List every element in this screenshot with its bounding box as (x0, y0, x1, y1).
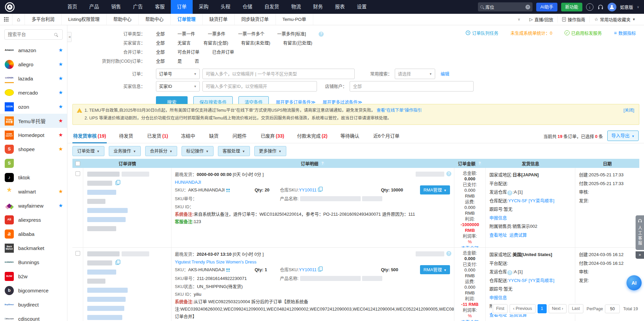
option[interactable]: 可合并订单 (178, 49, 199, 56)
common-search-select[interactable]: 请选择▼ (395, 69, 435, 79)
sidebar-item-alibaba[interactable]: aalibaba (0, 227, 67, 241)
menu-sales[interactable]: 销售 (105, 0, 127, 14)
global-search-input[interactable] (485, 4, 525, 9)
sidebar-item-temu[interactable]: TEMU 半托管Temu半托管 (0, 114, 67, 128)
status-tab-discarded[interactable]: 已废弃(33) (260, 128, 285, 143)
version-label[interactable]: 如意版 (620, 4, 633, 10)
view-address-link[interactable]: 查看地址 (489, 231, 507, 240)
row-checkbox[interactable] (75, 171, 80, 176)
ai-float-button[interactable]: AI (626, 275, 642, 290)
status-tab-pending-review[interactable]: 待发货审核(19) (72, 128, 107, 143)
favorite-star-icon[interactable] (59, 118, 63, 124)
download-icon[interactable]: ↓ (586, 3, 593, 11)
option[interactable]: 否 (195, 58, 199, 65)
variant-grid-icon[interactable] (226, 189, 230, 192)
sidebar-item-shopee[interactable]: Sshopee (0, 142, 67, 156)
tab-sync-stockout-orders[interactable]: 同步缺货订单 (235, 14, 276, 25)
menu-firstmile[interactable]: 头程 (215, 0, 236, 14)
product-title-link[interactable]: HUNIANDAJI (175, 178, 201, 186)
user-avatar[interactable] (608, 3, 616, 11)
option[interactable]: 无留言 (178, 40, 191, 46)
select-all-checkbox[interactable] (75, 161, 80, 166)
option[interactable]: 有留言(未处理) (241, 40, 270, 46)
tab-help-center-2[interactable]: 帮助中心 (139, 14, 171, 25)
tab-temu-po[interactable]: Temu-PO单 (276, 14, 314, 25)
platform-search-box[interactable] (4, 29, 63, 40)
operation-guide-link[interactable]: 操作指南 (557, 16, 589, 23)
order-process-button[interactable]: 订单处理▼ (72, 146, 104, 156)
tab-stockout-print[interactable]: 缺货打单 (203, 14, 235, 25)
option[interactable]: 一票一件 (178, 31, 195, 37)
apps-grid-icon[interactable] (0, 14, 12, 25)
first-page-button[interactable]: First (493, 304, 508, 313)
current-page-button[interactable]: 1 (538, 304, 547, 313)
home-icon[interactable]: ⌂ (12, 14, 25, 25)
ungenerated-orders-stat[interactable]: 未生成系统单统计：0 (511, 30, 552, 36)
sidebar-item-shopify[interactable]: S (0, 156, 67, 170)
option-all[interactable]: 全部 (156, 58, 165, 65)
status-tab-unpaid[interactable]: 付款未完成(2) (296, 128, 328, 143)
option-all[interactable]: 全部 (156, 31, 165, 37)
sidebar-item-bunnings[interactable]: BUNNINGSBunnings (0, 255, 67, 269)
flag-service-status[interactable]: 已启用标发服务 (565, 30, 602, 36)
menu-reports[interactable]: 报表 (329, 0, 351, 14)
new-features-button[interactable]: 新功能 (561, 3, 582, 11)
menu-finance[interactable]: 财务 (307, 0, 329, 14)
favorite-star-icon[interactable] (59, 203, 63, 209)
view-amount-link[interactable]: 查看金额 (461, 245, 479, 247)
status-tab-problem[interactable]: 问题件 (232, 128, 248, 143)
favorite-star-icon[interactable] (59, 188, 63, 194)
favorite-star-icon[interactable] (59, 90, 63, 96)
platform-search-input[interactable] (8, 32, 54, 37)
menu-settings[interactable]: 设置 (351, 0, 373, 14)
rma-manage-button[interactable]: RMA管理▼ (420, 265, 450, 274)
help-icon[interactable] (320, 161, 325, 166)
last-page-button[interactable]: Last (569, 304, 583, 313)
variant-grid-icon[interactable] (226, 269, 230, 272)
online-order-guide-link[interactable]: 查看"在线下单"操作指引 (377, 108, 422, 113)
menu-orders[interactable]: 订单 (171, 0, 193, 14)
delivery-channel-link[interactable]: YYCN-SF [YY菜鸟顺丰] (508, 197, 554, 205)
data-metrics-link[interactable]: ≡数据指标 (614, 30, 636, 36)
copy-icon[interactable] (116, 261, 119, 265)
app-logo-icon[interactable] (5, 2, 15, 12)
sidebar-item-tiktok[interactable]: ♪tiktok (0, 170, 67, 184)
status-tab-awaiting-confirm[interactable]: 等待确认 (340, 128, 361, 143)
help-icon[interactable] (446, 251, 451, 256)
prev-page-button[interactable]: ‹ Previous (510, 304, 535, 313)
row-checkbox[interactable] (75, 251, 80, 256)
store-account-input[interactable] (350, 81, 474, 92)
status-tab-to-ship[interactable]: 待发货 (118, 128, 135, 143)
order-number-input[interactable] (202, 69, 355, 79)
option[interactable]: 一票多件[标准] (277, 31, 306, 37)
copy-icon[interactable] (318, 268, 321, 272)
sidebar-item-b2w[interactable]: B2Wb2w (0, 269, 67, 283)
favorite-star-icon[interactable] (59, 104, 63, 110)
buyer-id-input[interactable] (202, 81, 317, 92)
product-title-link[interactable]: Yigutest Trendy Plus Size Women's Dress (175, 258, 256, 266)
sidebar-item-buydirect[interactable]: BuyDirectbuydirect (0, 297, 67, 312)
option[interactable]: 有留言(全部) (203, 40, 228, 46)
edit-common-search-link[interactable]: 编辑 (441, 71, 449, 77)
option[interactable]: 一票一件多个 (238, 31, 264, 37)
favorite-star-icon[interactable] (59, 146, 63, 152)
live-replay-link[interactable]: ▷直播/回放 (525, 16, 558, 23)
help-icon[interactable] (319, 32, 324, 37)
tab-help-center-1[interactable]: 帮助中心 (107, 14, 139, 25)
order-queue-link[interactable]: 订单队列任务 (465, 30, 498, 36)
sidebar-item-amazon[interactable]: Amazonamazon (0, 43, 67, 57)
status-tab-stockout[interactable]: 缺货 (208, 128, 220, 143)
tabs-overflow-icon[interactable]: ∨ (513, 17, 525, 22)
option[interactable]: 有留言(已处理) (283, 40, 312, 46)
headset-icon[interactable] (597, 4, 604, 10)
menu-purchase[interactable]: 采购 (193, 0, 215, 14)
warehouse-sku-link[interactable]: YY10011 (299, 266, 317, 274)
favorite-star-icon[interactable] (59, 132, 63, 138)
order-number-type-select[interactable]: 订单号▼ (156, 69, 200, 79)
option[interactable]: 已合并订单 (212, 49, 234, 56)
sidebar-item-homedepot[interactable]: HOME DEPOTHomedepot (0, 128, 67, 142)
merge-split-button[interactable]: 合并拆分▼ (145, 146, 177, 156)
warehouse-sku-link[interactable]: YY10011 (299, 186, 317, 194)
favorites-link[interactable]: ☆常用功能收藏夹▼ (589, 16, 640, 23)
declare-info-link[interactable]: 申报信息 (489, 293, 507, 302)
